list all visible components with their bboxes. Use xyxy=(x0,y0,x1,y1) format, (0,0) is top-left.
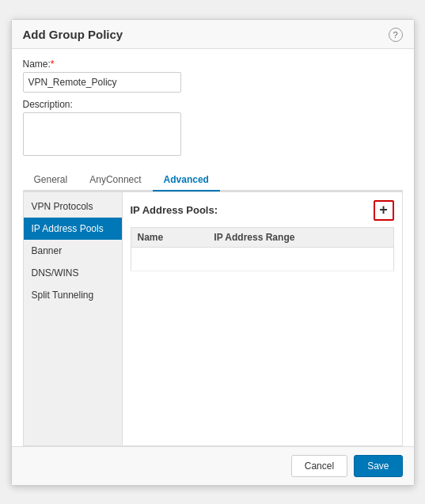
save-button[interactable]: Save xyxy=(354,455,402,477)
table-empty-row xyxy=(131,247,393,271)
modal-footer: Cancel Save xyxy=(12,446,414,485)
ip-address-pools-content: IP Address Pools: + Name IP Address Rang… xyxy=(123,192,402,445)
tab-bar: General AnyConnect Advanced xyxy=(23,169,403,191)
tab-advanced[interactable]: Advanced xyxy=(153,169,220,191)
name-field-group: Name:* xyxy=(23,59,403,93)
help-icon[interactable]: ? xyxy=(389,28,403,42)
sidebar-item-split-tunneling[interactable]: Split Tunneling xyxy=(24,284,122,306)
modal-title: Add Group Policy xyxy=(23,28,123,41)
sidebar-item-dns-wins[interactable]: DNS/WINS xyxy=(24,262,122,284)
content-header: IP Address Pools: + xyxy=(131,200,394,221)
description-textarea[interactable] xyxy=(23,112,181,156)
add-group-policy-modal: Add Group Policy ? Name:* Description: G… xyxy=(11,19,415,486)
col-name: Name xyxy=(131,227,207,247)
content-title: IP Address Pools: xyxy=(131,204,218,216)
ip-address-pools-table: Name IP Address Range xyxy=(131,227,394,271)
name-input[interactable] xyxy=(23,72,181,93)
col-ip-range: IP Address Range xyxy=(207,227,393,247)
table-body xyxy=(131,247,393,271)
modal-body: Name:* Description: General AnyConnect A… xyxy=(12,49,414,446)
description-field-group: Description: xyxy=(23,99,403,158)
sidebar-item-vpn-protocols[interactable]: VPN Protocols xyxy=(24,195,122,218)
sidebar-item-banner[interactable]: Banner xyxy=(24,240,122,262)
name-label: Name:* xyxy=(23,59,403,70)
description-label: Description: xyxy=(23,99,403,110)
tab-anyconnect[interactable]: AnyConnect xyxy=(78,169,152,191)
sidebar-item-ip-address-pools[interactable]: IP Address Pools xyxy=(24,218,122,240)
table-header-row: Name IP Address Range xyxy=(131,227,393,247)
modal-header: Add Group Policy ? xyxy=(12,20,414,49)
cancel-button[interactable]: Cancel xyxy=(291,455,347,477)
sidebar: VPN Protocols IP Address Pools Banner DN… xyxy=(24,192,123,445)
tab-content: VPN Protocols IP Address Pools Banner DN… xyxy=(23,191,403,446)
tab-general[interactable]: General xyxy=(23,169,79,191)
add-pool-button[interactable]: + xyxy=(374,200,394,221)
table-header: Name IP Address Range xyxy=(131,227,393,247)
